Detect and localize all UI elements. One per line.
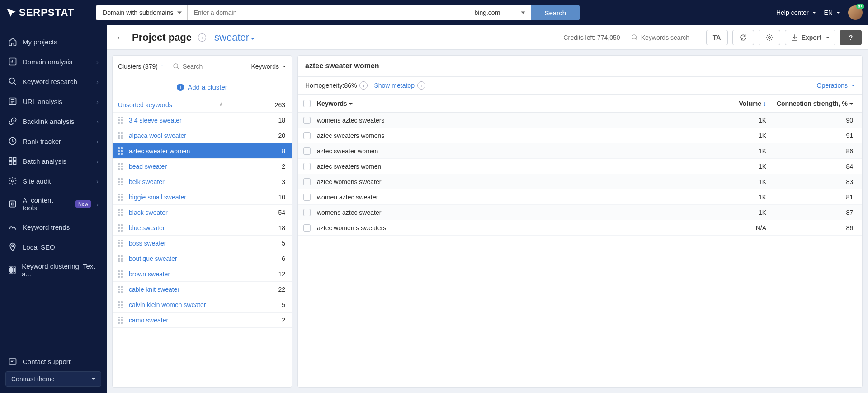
row-checkbox[interactable] [303,163,311,170]
cluster-row[interactable]: alpaca wool sweater20 [113,128,292,143]
svg-rect-9 [9,201,15,207]
keyword-row[interactable]: aztec womens sweater1K83 [298,174,862,189]
row-checkbox[interactable] [303,147,311,155]
drag-icon[interactable] [118,224,124,232]
drag-icon[interactable] [118,117,124,124]
export-button[interactable]: Export [785,30,835,45]
svg-rect-16 [14,269,15,270]
project-keyword[interactable]: sweater [214,32,255,43]
top-right: Help center EN 9+ [776,5,863,20]
drag-icon[interactable] [118,240,124,247]
connection-cell: 86 [766,224,857,232]
nav-item[interactable]: Backlink analysis› [0,111,107,131]
keyword-row[interactable]: women aztec sweater1K81 [298,189,862,205]
keywords-column-toggle[interactable]: Keywords [251,63,286,70]
nav-item[interactable]: Keyword research› [0,71,107,91]
drag-icon[interactable] [118,194,124,201]
sort-arrow-icon[interactable]: ↑ [160,63,164,70]
drag-icon[interactable] [118,209,124,216]
row-checkbox[interactable] [303,194,311,201]
nav-item[interactable]: Domain analysis› [0,52,107,71]
nav-label: My projects [23,38,57,46]
refresh-button[interactable] [732,30,754,45]
cluster-row[interactable]: belk sweater3 [113,174,292,189]
drag-icon[interactable] [118,147,124,155]
logo[interactable]: SERPSTAT [5,7,74,19]
keywords-rows: womens aztec sweaters1K90aztec sweaters … [298,113,862,387]
nav-item[interactable]: URL analysis› [0,91,107,111]
cluster-row[interactable]: black sweater54 [113,205,292,220]
drag-icon[interactable] [118,270,124,278]
topbar: SERPSTAT Domain with subdomains bing.com… [0,0,868,25]
cluster-row[interactable]: cable knit sweater22 [113,282,292,297]
nav-item[interactable]: Keyword trends [0,217,107,237]
row-checkbox[interactable] [303,132,311,139]
keyword-row[interactable]: aztec sweaters womens1K91 [298,128,862,143]
cluster-row[interactable]: brown sweater12 [113,266,292,282]
language-select[interactable]: EN [824,9,840,16]
drag-icon[interactable] [118,317,124,324]
keywords-column[interactable]: Keywords [317,100,708,107]
info-icon[interactable]: i [198,33,206,42]
drag-icon[interactable] [118,163,124,170]
connection-column[interactable]: Connection strength, % [766,100,857,107]
info-icon[interactable]: i [359,81,368,90]
add-cluster-button[interactable]: + Add a cluster [113,77,292,97]
pin-icon[interactable] [218,101,224,109]
search-button[interactable]: Search [531,5,580,20]
keyword-row[interactable]: womens aztec sweater1K87 [298,205,862,220]
nav-item[interactable]: Site audit› [0,171,107,191]
nav-item[interactable]: Batch analysis› [0,151,107,171]
connection-cell: 90 [766,117,857,124]
settings-button[interactable] [759,30,780,45]
help-center-link[interactable]: Help center [776,9,816,16]
drag-icon[interactable] [118,286,124,293]
cluster-row[interactable]: 3 4 sleeve sweater18 [113,113,292,128]
help-button[interactable]: ? [840,30,862,45]
drag-icon[interactable] [118,301,124,308]
keyword-row[interactable]: aztec women s sweatersN/A86 [298,220,862,236]
row-checkbox[interactable] [303,224,311,232]
cluster-row[interactable]: aztec sweater women8 [113,143,292,159]
cluster-row[interactable]: biggie small sweater10 [113,189,292,205]
drag-icon[interactable] [118,178,124,185]
show-metatop-link[interactable]: Show metatop [374,82,415,89]
nav-item[interactable]: Keyword clustering, Text a... [0,257,107,283]
unsorted-keywords-row[interactable]: Unsorted keywords 263 [113,97,292,113]
connection-cell: 87 [766,209,857,216]
nav-item[interactable]: Local SEO [0,237,107,257]
keyword-row[interactable]: aztec sweater women1K86 [298,143,862,159]
cluster-row[interactable]: boutique sweater6 [113,251,292,266]
domain-mode-select[interactable]: Domain with subdomains [96,5,187,20]
select-all-checkbox[interactable] [303,100,311,107]
info-icon[interactable]: i [417,81,425,90]
cluster-row[interactable]: bead sweater2 [113,159,292,174]
contrast-theme-select[interactable]: Contrast theme [5,371,101,387]
keyword-row[interactable]: aztec sweaters women1K84 [298,159,862,174]
row-checkbox[interactable] [303,178,311,185]
keyword-row[interactable]: womens aztec sweaters1K90 [298,113,862,128]
row-checkbox[interactable] [303,209,311,216]
domain-input[interactable] [188,5,468,20]
cluster-search-input[interactable] [183,63,219,70]
cluster-row[interactable]: boss sweater5 [113,236,292,251]
row-checkbox[interactable] [303,117,311,124]
cluster-row[interactable]: camo sweater2 [113,313,292,328]
ta-button[interactable]: TA [706,30,728,45]
notification-badge: 9+ [856,4,864,9]
cluster-row[interactable]: calvin klein women sweater5 [113,297,292,313]
avatar[interactable]: 9+ [848,5,863,20]
nav-item[interactable]: Rank tracker› [0,131,107,151]
drag-icon[interactable] [118,255,124,262]
keywords-search-input[interactable] [629,31,702,44]
drag-icon[interactable] [118,132,124,139]
search-engine-select[interactable]: bing.com [468,5,531,20]
back-button[interactable]: ← [113,29,127,45]
cluster-row[interactable]: blue sweater18 [113,220,292,236]
nav-item[interactable]: AI content toolsNew› [0,191,107,217]
operations-dropdown[interactable]: Operations [817,82,855,89]
volume-column[interactable]: Volume↓ [708,100,766,107]
contact-support[interactable]: Contact support [0,351,107,371]
detail-title: aztec sweater women [298,56,862,77]
nav-item[interactable]: My projects [0,32,107,52]
